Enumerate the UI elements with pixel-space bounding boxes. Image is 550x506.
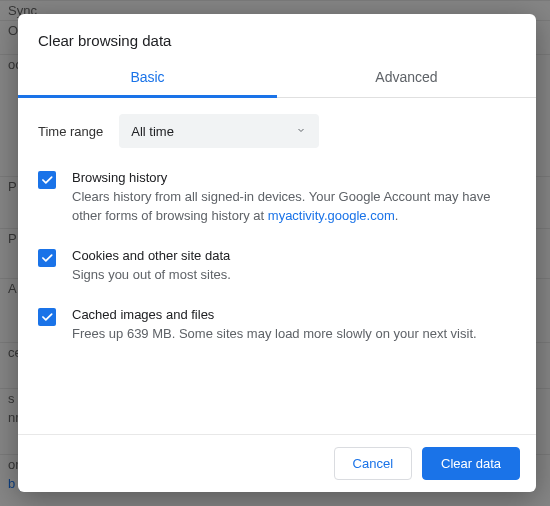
- time-range-select[interactable]: All time: [119, 114, 319, 148]
- time-range-row: Time range All time: [38, 114, 516, 148]
- option-title: Cookies and other site data: [72, 248, 516, 263]
- option-desc: Frees up 639 MB. Some sites may load mor…: [72, 325, 516, 344]
- chevron-down-icon: [295, 124, 307, 139]
- checkbox-cookies[interactable]: [38, 249, 56, 267]
- option-title: Browsing history: [72, 170, 516, 185]
- checkbox-cache[interactable]: [38, 308, 56, 326]
- option-cache: Cached images and files Frees up 639 MB.…: [38, 307, 516, 344]
- option-browsing-history: Browsing history Clears history from all…: [38, 170, 516, 226]
- option-cookies: Cookies and other site data Signs you ou…: [38, 248, 516, 285]
- option-title: Cached images and files: [72, 307, 516, 322]
- time-range-value: All time: [131, 124, 174, 139]
- dialog-content: Time range All time Browsing history Cle…: [18, 98, 536, 434]
- dialog-title: Clear browsing data: [18, 14, 536, 57]
- dialog-tabs: Basic Advanced: [18, 57, 536, 98]
- myactivity-link[interactable]: myactivity.google.com: [268, 208, 395, 223]
- checkbox-browsing-history[interactable]: [38, 171, 56, 189]
- dialog-footer: Cancel Clear data: [18, 434, 536, 492]
- clear-data-button[interactable]: Clear data: [422, 447, 520, 480]
- option-desc: Signs you out of most sites.: [72, 266, 516, 285]
- tab-advanced[interactable]: Advanced: [277, 57, 536, 97]
- option-desc-after: .: [395, 208, 399, 223]
- clear-browsing-data-dialog: Clear browsing data Basic Advanced Time …: [18, 14, 536, 492]
- option-desc: Clears history from all signed-in device…: [72, 188, 516, 226]
- time-range-label: Time range: [38, 124, 103, 139]
- tab-basic[interactable]: Basic: [18, 57, 277, 97]
- cancel-button[interactable]: Cancel: [334, 447, 412, 480]
